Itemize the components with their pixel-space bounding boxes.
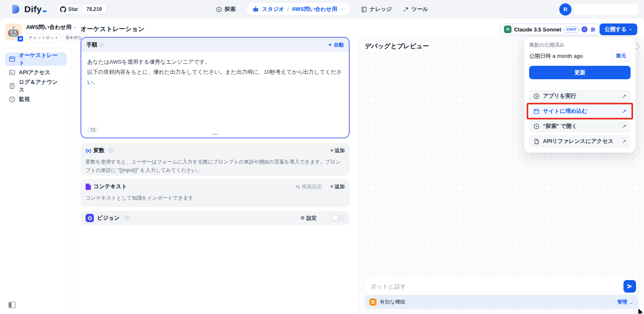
instructions-title: 手順 [86,41,97,49]
retrieval-settings-button[interactable]: ⇆ 検索設定 [296,183,322,190]
context-title: コンテキスト [93,183,127,190]
variable-icon: {x} [86,148,91,153]
vision-toggle[interactable] [332,215,345,221]
nav-tools[interactable]: ツール [403,5,428,13]
update-button[interactable]: 更新 [529,66,631,79]
vision-settings-button[interactable]: ⚙ 設定 [300,215,317,222]
topbar-blank-panel [574,4,638,15]
plus-icon: + [330,184,333,189]
publish-button[interactable]: 公開する ⌄ [600,23,637,35]
chevron-down-icon[interactable]: ⌄ [340,6,344,11]
menu-item-run-app[interactable]: アプリを実行 ↗ [529,90,631,102]
mouse-cursor [638,308,644,314]
model-name: Claude 3.5 Sonnet [514,26,561,33]
variables-description: 変数を使用すると、ユーザーはフォームに入力する際にプロンプトの単語や開始の言葉を… [80,158,350,180]
logo-text: Dify [24,4,47,14]
breadcrumb-separator: / [287,6,289,13]
robot-icon [252,6,259,13]
sidebar-divider [3,48,68,48]
menu-item-api-reference[interactable]: APIリファレンスにアクセス ↗ [529,135,631,148]
restore-button[interactable]: 復元 [611,51,631,61]
top-navigation: 探索 スタジオ / AWS問い合わせ用 ⌄ ナレッジ ツール [216,0,428,18]
tools-icon [403,6,409,13]
completion-mode-icon [582,26,587,32]
context-icon [86,184,91,190]
explore-icon [533,123,540,130]
sidebar-item-orchestrate[interactable]: オーケストレート [5,52,67,66]
sidebar: 🤖 AWS問い合わせ用 ⌄ チャットボット 基本的な オーケストレート [0,18,72,314]
nav-studio-breadcrumb[interactable]: スタジオ / AWS問い合わせ用 ⌄ [247,3,350,16]
context-description: コンテキストとして知識をインポートできます [80,194,350,208]
dify-logo-icon [10,4,21,15]
github-star-button[interactable]: Star 78,219 [56,4,106,15]
context-card: コンテキスト ⇆ 検索設定 + 追加 コンテキストとして知識をインポートできます [80,179,350,207]
prompt-editor[interactable]: あなたはAWSを運用する優秀なエンジニアです。 以下の依頼内容をもとに、優れた出… [81,52,349,92]
sidebar-collapse-icon[interactable] [8,302,16,308]
prompt-line: あなたはAWSを運用する優秀なエンジニアです。 [87,57,343,67]
model-params-icon[interactable] [590,26,596,33]
published-date: 公開日時 a month ago [529,52,583,60]
topbar: Dify Star 78,219 探索 スタジオ / AWS問い合わせ用 ⌄ ナ… [0,0,644,18]
variables-title: 変数 [93,147,104,154]
model-selector[interactable]: ✳ Claude 3.5 Sonnet CHAT [500,23,600,35]
embed-site-icon [533,108,540,114]
publish-dropdown: 最新の公開済み 公開日時 a month ago 復元 更新 アプリを実行 ↗ … [524,37,636,153]
plus-icon: + [330,148,333,153]
api-access-icon [9,69,16,76]
github-star-label: Star [68,6,78,12]
features-icon [369,298,377,306]
variables-card: {x} 変数 ⓘ + 追加 変数を使用すると、ユーザーはフォームに入力する際にプ… [80,143,350,176]
sidebar-item-logs[interactable]: ログ＆アナウンス [5,79,67,93]
divider [324,215,325,221]
chevron-down-icon: ⌄ [629,26,632,31]
sidebar-item-monitoring[interactable]: 監視 [5,93,67,106]
info-icon: ⓘ [109,148,113,154]
add-context-button[interactable]: + 追加 [330,183,345,190]
info-icon: ⓘ [99,42,104,48]
menu-divider [524,84,636,85]
chat-input[interactable] [370,283,623,290]
info-icon: ⓘ [125,215,129,221]
explore-icon [216,6,222,13]
orchestration-panel: オーケストレーション 手順 ⓘ ✦ 自動 あなたはAWSを運用する優秀なエンジニ… [72,18,359,314]
logs-icon [9,83,16,89]
arrow-up-right-icon: ↗ [622,108,626,114]
github-star-count: 78,219 [82,4,106,14]
arrow-right-icon: → [628,299,634,305]
menu-item-embed-site[interactable]: サイトに埋め込む ↗ [529,105,631,117]
avatar[interactable]: R [559,3,571,16]
vision-title: ビジョン [97,214,119,222]
instructions-card: 手順 ⓘ ✦ 自動 あなたはAWSを運用する優秀なエンジニアです。 以下の依頼内… [80,37,350,138]
auto-generate-button[interactable]: ✦ 自動 [328,42,344,49]
app-type-badge: チャットボット [26,34,61,42]
send-icon [627,283,633,289]
claude-model-icon: ✳ [504,26,512,33]
nav-studio-label: スタジオ [262,5,284,13]
add-variable-button[interactable]: + 追加 [330,147,345,154]
manage-features-link[interactable]: 管理 → [617,298,634,306]
prompt-line: 以下の依頼内容をもとに、優れた出力をしてください。また出力時に、10秒考えてから… [87,67,343,87]
page-title: オーケストレーション [80,25,145,33]
arrow-up-right-icon: ↗ [622,138,626,145]
latest-published-label: 最新の公開済み [529,42,631,49]
debug-title: デバッグとプレビュー [365,42,429,50]
sidebar-app-name[interactable]: AWS問い合わせ用 ⌄ [26,23,67,31]
gear-icon: ⚙ [300,215,305,221]
chat-mode-badge: CHAT [564,26,579,33]
nav-explore[interactable]: 探索 [216,5,236,13]
send-button[interactable] [623,280,636,293]
char-count-badge: 73 [87,127,98,133]
sidebar-item-api-access[interactable]: APIアクセス [5,66,67,79]
github-icon [60,6,66,13]
chat-input-bar [364,278,639,295]
app-icon[interactable]: 🤖 [5,23,22,40]
vision-card: ビジョン ⓘ ⚙ 設定 [80,211,350,225]
arrow-up-right-icon: ↗ [622,123,626,130]
dify-logo[interactable]: Dify [10,4,47,15]
menu-item-open-in-explore[interactable]: "探索" で開く ↗ [529,120,631,132]
api-reference-icon [533,138,540,145]
nav-knowledge[interactable]: ナレッジ [361,5,392,13]
monitoring-icon [9,96,16,103]
features-bar: 有効な機能 管理 → [364,295,639,309]
resize-handle[interactable] [212,134,218,135]
